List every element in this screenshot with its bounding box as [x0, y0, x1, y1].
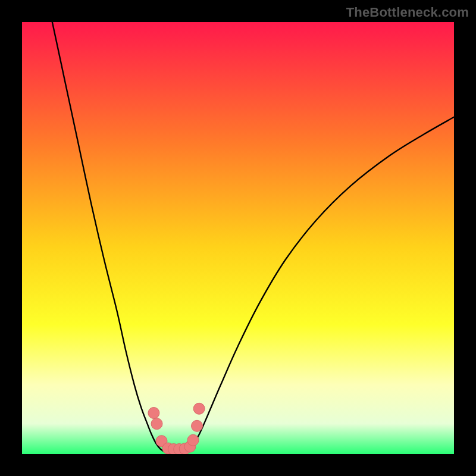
- chart-svg: [22, 22, 454, 454]
- chart-plot-area: [22, 22, 454, 454]
- valley-marker: [192, 420, 203, 431]
- valley-marker: [148, 408, 159, 419]
- valley-marker: [187, 434, 199, 446]
- gradient-background: [22, 22, 454, 454]
- valley-marker: [151, 418, 162, 430]
- watermark-text: TheBottleneck.com: [346, 5, 469, 20]
- outer-frame: TheBottleneck.com: [0, 0, 476, 476]
- valley-marker: [193, 403, 205, 414]
